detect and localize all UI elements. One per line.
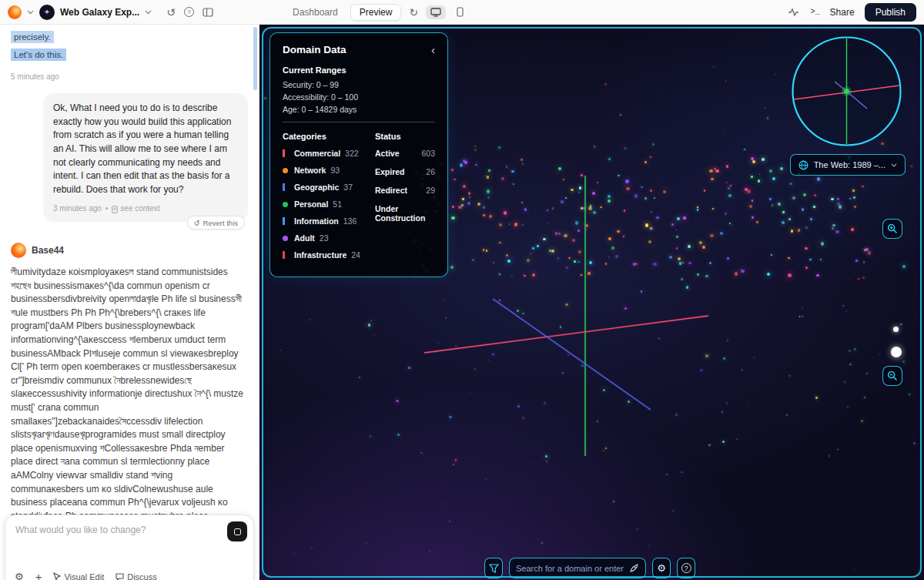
topbar: ✦ Web Galaxy Exp... ↺ ? Dashboard Previe… (0, 0, 924, 25)
viewport-settings-button[interactable]: ⚙ (652, 558, 671, 578)
planet-dot-small (893, 327, 899, 332)
app-icon: ✦ (39, 5, 55, 20)
status-row-redirect[interactable]: Redirect 29 (375, 186, 435, 195)
zoom-in-button[interactable] (882, 219, 902, 239)
range-age: Age: 0 – 14829 days (283, 105, 435, 114)
category-row-infrastructure[interactable]: Infrastructure 24 (283, 250, 370, 260)
categories-title: Categories (283, 132, 370, 141)
revert-this-button[interactable]: ↺ Revert this (187, 216, 245, 230)
revert-icon: ↺ (194, 219, 200, 227)
domain-search (509, 558, 646, 578)
collapse-panel-icon[interactable]: ‹ (431, 44, 435, 55)
rocket-icon (629, 563, 639, 573)
category-row-network[interactable]: Network 93 (283, 166, 370, 175)
help-icon[interactable]: ? (182, 5, 196, 18)
category-color-marker (283, 217, 285, 225)
chat-panel: precisely. Let's do this. 5 minutes ago … (0, 25, 259, 580)
category-color-marker (283, 183, 285, 191)
range-security: Security: 0 – 99 (283, 80, 435, 89)
add-attachment-icon[interactable]: + (35, 571, 42, 580)
user-message-text: Ok, What I need you to do is to describe… (53, 102, 231, 195)
divider (283, 122, 435, 122)
publish-button[interactable]: Publish (865, 3, 916, 22)
category-row-commercial[interactable]: Commercial 322 (283, 149, 370, 158)
terminal-icon[interactable]: >_ (811, 8, 820, 16)
zoom-out-button[interactable] (882, 366, 902, 386)
mobile-view-icon[interactable] (452, 5, 468, 19)
chevron-down-icon[interactable] (27, 10, 34, 15)
highlighted-snippet: precisely. (11, 31, 54, 43)
chevron-down-icon (891, 163, 897, 167)
planet-dot-large (891, 347, 902, 357)
category-color-marker (283, 168, 288, 173)
category-color-marker (283, 236, 288, 241)
orientation-gizmo[interactable] (790, 35, 903, 148)
timestamp: 3 minutes ago (53, 203, 102, 215)
category-row-geographic[interactable]: Geographic 37 (283, 183, 370, 192)
agent-name: Base44 (32, 245, 64, 256)
range-accessibility: Accessibility: 0 – 100 (283, 92, 435, 102)
share-button[interactable]: Share (830, 7, 855, 18)
chat-input[interactable] (15, 525, 216, 535)
category-row-personal[interactable]: Personal 51 (283, 199, 370, 209)
chat-scroll-area[interactable]: precisely. Let's do this. 5 minutes ago … (0, 25, 259, 580)
see-context-link[interactable]: see context (112, 203, 159, 215)
viewport-bottom-controls: ⚙ ? (484, 558, 695, 578)
chat-composer: ⚙ + Visual Edit Discuss (5, 515, 254, 580)
viewport-help-button[interactable]: ? (677, 558, 695, 578)
category-row-information[interactable]: Information 136 (283, 216, 370, 226)
discuss-button[interactable]: Discuss (116, 572, 157, 580)
panel-title: Domain Data (283, 44, 346, 55)
refresh-icon[interactable]: ↻ (407, 5, 420, 19)
base44-logo-icon[interactable] (8, 5, 22, 19)
activity-icon[interactable] (786, 6, 801, 18)
status-title: Status (375, 132, 435, 141)
user-message-bubble: Ok, What I need you to do is to describe… (43, 93, 248, 222)
tab-dashboard[interactable]: Dashboard (286, 4, 344, 21)
settings-icon[interactable]: ⚙ (15, 572, 24, 580)
visual-edit-button[interactable]: Visual Edit (53, 572, 104, 580)
stop-icon (234, 528, 241, 535)
timeline-selector[interactable]: The Web: 1989 –... (790, 154, 906, 176)
timestamp: 5 minutes ago (11, 72, 248, 81)
send-button[interactable] (227, 521, 247, 541)
highlighted-snippet: Let's do this. (11, 49, 66, 61)
chat-scrollbar[interactable] (253, 27, 257, 90)
funnel-icon (489, 564, 499, 573)
domain-data-panel: Domain Data ‹ Current Ranges Security: 0… (270, 32, 448, 277)
timeline-label: The Web: 1989 –... (814, 160, 886, 169)
chevron-down-icon[interactable] (145, 10, 152, 15)
desktop-view-icon[interactable] (426, 5, 446, 19)
tab-preview[interactable]: Preview (350, 4, 402, 21)
status-row-expired[interactable]: Expired 26 (375, 167, 435, 176)
filter-button[interactable] (484, 558, 503, 578)
status-row-active[interactable]: Active 603 (375, 149, 435, 158)
category-color-marker (283, 202, 288, 207)
galaxy-viewport[interactable]: Domain Data ‹ Current Ranges Security: 0… (259, 25, 924, 580)
status-row-under-construction[interactable]: Under Construction (375, 204, 435, 223)
ranges-title: Current Ranges (283, 65, 435, 75)
category-color-marker (283, 251, 285, 259)
app-title: Web Galaxy Exp... (60, 7, 139, 18)
panel-toggle-icon[interactable] (201, 6, 215, 18)
globe-icon (798, 160, 808, 170)
domain-search-input[interactable] (516, 564, 624, 573)
avatar (11, 243, 26, 258)
category-row-adult[interactable]: Adult 23 (283, 233, 370, 243)
category-color-marker (283, 149, 285, 157)
history-icon[interactable]: ↺ (165, 5, 177, 19)
